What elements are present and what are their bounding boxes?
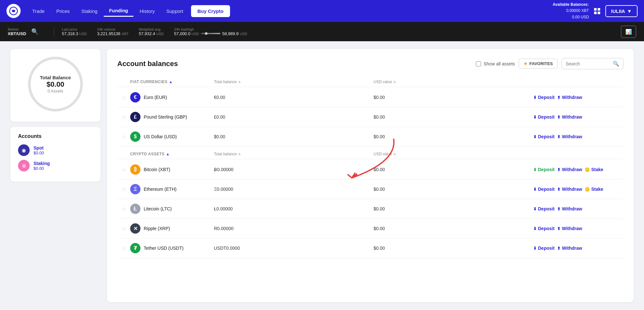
show-all-checkbox[interactable] (476, 61, 481, 66)
search-icon[interactable]: 🔍 (31, 28, 38, 35)
nav-history[interactable]: History (135, 6, 160, 16)
asset-usd-value: $0.00 (374, 246, 533, 251)
asset-usd-value: $0.00 (374, 226, 533, 231)
withdraw-icon: ⬆ (557, 95, 561, 100)
favorites-button[interactable]: ★ FAVORITES (519, 59, 558, 69)
nav-prices[interactable]: Prices (51, 6, 75, 16)
favorite-star[interactable]: ☆ (117, 186, 130, 192)
table-row: ☆ ₮ Tether USD (USDT) USDT0.0000 $0.00 ⬇… (117, 238, 623, 258)
spot-account-item[interactable]: ◉ Spot $0.00 (18, 144, 93, 156)
favorite-star[interactable]: ☆ (117, 134, 130, 140)
asset-name: Tether USD (USDT) (144, 246, 184, 251)
asset-icon: ✕ (130, 223, 140, 234)
stake-link[interactable]: 🪙Stake (585, 167, 603, 172)
sort-icon: ⇅ (393, 152, 396, 156)
asset-balance: £0.00 (214, 114, 374, 120)
asset-name: Euro (EUR) (144, 95, 167, 100)
asset-icon: ₮ (130, 243, 140, 253)
deposit-icon: ⬇ (533, 134, 537, 139)
deposit-icon: ⬇ (533, 246, 537, 251)
last-price-stat: Last price 57,318.3 USD (62, 27, 87, 36)
nav-support[interactable]: Support (161, 6, 188, 16)
nav-trade[interactable]: Trade (27, 6, 50, 16)
asset-actions: ⬇ Deposit ⬆ Withdraw (533, 114, 623, 120)
deposit-link[interactable]: ⬇ Deposit (533, 246, 554, 251)
favorite-star[interactable]: ☆ (117, 167, 130, 173)
stake-icon: 🪙 (585, 167, 590, 172)
deposit-icon: ⬇ (533, 95, 537, 100)
favorite-star[interactable]: ☆ (117, 94, 130, 101)
market-label: Market (8, 27, 26, 31)
sort-icon: ⇅ (238, 80, 241, 84)
staking-account-item[interactable]: ⊛ Staking $0.00 (18, 160, 93, 171)
asset-usd-value: $0.00 (374, 167, 533, 172)
search-input[interactable] (566, 61, 611, 66)
withdraw-link[interactable]: ⬆ Withdraw (557, 114, 582, 120)
deposit-link[interactable]: ⬇ Deposit (533, 206, 554, 211)
user-menu-button[interactable]: IULIIA ▼ (605, 5, 638, 17)
withdraw-link[interactable]: ⬆ Withdraw (557, 95, 582, 100)
favorite-star[interactable]: ☆ (117, 245, 130, 251)
asset-name-cell: ₮ Tether USD (USDT) (130, 243, 214, 253)
table-row: ☆ Ξ Ethereum (ETH) Ξ0.00000 $0.00 ⬇ Depo… (117, 179, 623, 199)
accounts-title: Accounts (18, 133, 93, 139)
asset-balance: USDT0.0000 (214, 246, 374, 251)
buy-crypto-button[interactable]: Buy Crypto (191, 5, 230, 17)
range-dot (205, 32, 207, 35)
deposit-icon: ⬇ (533, 207, 537, 211)
withdraw-link[interactable]: ⬆ Withdraw (557, 226, 582, 231)
username-label: IULIIA (611, 8, 625, 14)
favorite-star[interactable]: ☆ (117, 226, 130, 232)
chart-button[interactable]: 📊 (621, 25, 636, 38)
nav-staking[interactable]: Staking (76, 6, 102, 16)
chevron-down-icon: ▼ (627, 8, 632, 14)
table-row: ☆ ✕ Ripple (XRP) R0.00000 $0.00 ⬇ Deposi… (117, 219, 623, 238)
deposit-link[interactable]: ⬇ Deposit (533, 114, 554, 120)
asset-balance: R0.00000 (214, 226, 374, 231)
asset-icon: Ξ (130, 184, 140, 194)
asset-actions: ⬇ Deposit ⬆ Withdraw (533, 95, 623, 100)
withdraw-link[interactable]: ⬆ Withdraw (557, 187, 582, 192)
withdraw-link[interactable]: ⬆ Withdraw (557, 167, 582, 172)
withdraw-link[interactable]: ⬆ Withdraw (557, 246, 582, 251)
deposit-link[interactable]: ⬇ Deposit (533, 187, 554, 192)
logo-icon[interactable] (6, 4, 21, 18)
show-all-assets: Show all assets (476, 61, 515, 66)
sort-icon: ⇅ (393, 80, 396, 84)
nav-funding[interactable]: Funding (104, 5, 133, 17)
deposit-icon: ⬇ (533, 167, 537, 172)
asset-icon: ₿ (130, 164, 140, 175)
high-value: 58,989.9 USD (222, 31, 247, 36)
crypto-usd-col-header: USD value ⇅ (374, 152, 533, 156)
asset-usd-value: $0.00 (374, 206, 533, 211)
spot-account-balance: $0.00 (34, 150, 44, 155)
nav-right: Available Balances: 0.00000 XBT 0.00 USD… (553, 2, 638, 20)
favorite-star[interactable]: ☆ (117, 206, 130, 212)
asset-name: Litecoin (LTC) (144, 206, 172, 211)
available-balances: Available Balances: 0.00000 XBT 0.00 USD (553, 2, 589, 20)
asset-name-cell: ₿ Bitcoin (XBT) (130, 164, 214, 175)
asset-actions: ⬇ Deposit ⬆ Withdraw (533, 246, 623, 251)
deposit-link[interactable]: ⬇ Deposit (533, 226, 554, 231)
fiat-section-label: FIAT CURRENCIES ▲ (130, 80, 214, 84)
deposit-link[interactable]: ⬇ Deposit (533, 134, 554, 139)
market-divider (54, 26, 54, 37)
staking-account-name: Staking (34, 161, 50, 166)
stake-link[interactable]: 🪙Stake (585, 187, 603, 192)
withdraw-icon: ⬆ (557, 246, 561, 251)
withdraw-link[interactable]: ⬆ Withdraw (557, 206, 582, 211)
grid-menu-icon[interactable] (594, 8, 600, 14)
weighted-stat: Weighted avg. 57,932.4 USD (139, 27, 164, 36)
balance-usd: 0.00 USD (553, 14, 589, 20)
crypto-total-col-header: Total balance ⇅ (214, 152, 374, 156)
withdraw-link[interactable]: ⬆ Withdraw (557, 134, 582, 139)
deposit-link[interactable]: ⬇ Deposit (533, 167, 554, 172)
balance-xbt: 0.00000 XBT (553, 8, 589, 14)
lowhigh-stat: 24h low/high 57,000.0 USD 58,989.9 USD (174, 27, 247, 36)
weighted-value: 57,932.4 USD (139, 31, 164, 36)
favorite-star[interactable]: ☆ (117, 114, 130, 120)
deposit-link[interactable]: ⬇ Deposit (533, 95, 554, 100)
crypto-asset-rows: ☆ ₿ Bitcoin (XBT) Ƀ0.00000 $0.00 ⬇ Depos… (117, 160, 623, 258)
total-balance-col-header: Total balance ⇅ (214, 80, 374, 84)
star-icon: ★ (524, 61, 527, 66)
